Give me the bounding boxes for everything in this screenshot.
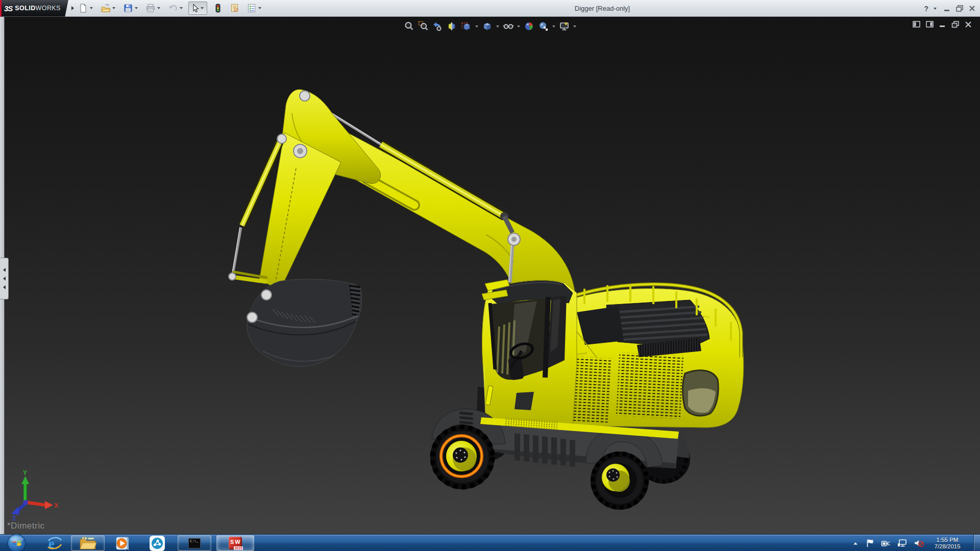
internet-explorer-icon: e [46, 536, 63, 551]
save-icon [123, 3, 133, 13]
display-style-button[interactable] [481, 20, 494, 33]
taskbar-command-prompt[interactable]: C:\_ [178, 535, 211, 551]
edit-appearance-icon [524, 21, 534, 32]
select-dropdown-icon[interactable] [201, 7, 204, 9]
view-orientation-icon [461, 21, 472, 32]
taskbar-share-app[interactable] [145, 535, 169, 551]
save-button[interactable] [122, 2, 134, 14]
clock-time: 1:55 PM [937, 537, 959, 543]
document-close-button[interactable] [965, 21, 972, 28]
hide-show-items-icon [503, 21, 514, 32]
share-app-icon [150, 536, 165, 551]
apply-scene-icon [538, 21, 549, 32]
open-button[interactable] [100, 2, 112, 14]
network-status-icon[interactable] [897, 539, 907, 547]
view-settings-dropdown-icon[interactable] [573, 26, 576, 28]
file-properties-button[interactable] [229, 2, 241, 14]
media-player-icon [114, 536, 131, 551]
hide-show-items-dropdown-icon[interactable] [517, 26, 520, 28]
zoom-to-fit-button[interactable] [403, 20, 415, 33]
minimize-button[interactable] [943, 5, 951, 12]
zoom-to-fit-icon [404, 21, 414, 32]
taskbar-solidworks[interactable]: SW 2015 [216, 535, 254, 551]
zoom-to-area-button[interactable] [417, 20, 430, 33]
window-title: Digger [Read-only] [284, 0, 921, 17]
show-left-pane-button[interactable] [913, 21, 921, 28]
operator-cab[interactable] [482, 280, 577, 428]
digger-3d-model[interactable] [0, 17, 980, 534]
volume-muted-icon[interactable] [914, 539, 924, 547]
new-document-icon [78, 3, 88, 13]
toolbar-flyout-arrow-icon[interactable] [71, 6, 74, 10]
triad-y-axis [23, 483, 27, 502]
open-dropdown-icon[interactable] [112, 7, 115, 9]
view-orientation-dropdown-icon[interactable] [475, 26, 478, 28]
undo-button[interactable] [167, 2, 179, 14]
select-cursor-icon [190, 3, 200, 13]
graphics-viewport[interactable]: Y X Z *Dimetric [0, 17, 980, 534]
start-button[interactable] [7, 533, 27, 551]
3ds-logo-mark: 3S [4, 4, 12, 13]
apply-scene-button[interactable] [537, 20, 550, 33]
front-wheel[interactable] [430, 425, 495, 489]
power-plug-icon[interactable] [881, 539, 891, 547]
triad-z-label: Z [12, 515, 16, 521]
rear-wheel[interactable] [591, 452, 649, 510]
windows-explorer-folder-icon [79, 536, 96, 550]
help-dropdown-icon[interactable] [934, 8, 937, 10]
rebuild-button[interactable] [212, 2, 224, 14]
undo-icon [168, 3, 178, 13]
solidworks-app-icon: SW 2015 [229, 537, 242, 549]
apply-scene-dropdown-icon[interactable] [552, 26, 555, 28]
taskbar-windows-explorer[interactable] [71, 535, 105, 551]
document-restore-button[interactable] [951, 21, 960, 28]
rebuild-traffic-light-icon [213, 3, 223, 13]
display-style-icon [482, 21, 493, 32]
edit-appearance-button[interactable] [523, 20, 535, 33]
section-view-button[interactable] [446, 20, 458, 33]
solidworks-logo: 3S SOLIDWORKS [0, 0, 68, 17]
print-button[interactable] [144, 2, 157, 14]
collapse-arrow-icon [3, 268, 6, 272]
view-settings-icon [559, 21, 570, 32]
new-document-button[interactable] [77, 2, 89, 14]
view-orientation-button[interactable] [460, 20, 473, 33]
document-window-controls [913, 21, 972, 28]
options-dropdown-icon[interactable] [258, 7, 261, 9]
windows-start-icon [7, 533, 27, 551]
previous-view-icon [432, 21, 443, 32]
save-dropdown-icon[interactable] [135, 7, 138, 9]
window-controls: ? [924, 0, 976, 17]
solidworks-year-badge: 2015 [234, 546, 243, 550]
engine-housing[interactable] [559, 284, 744, 428]
restore-button[interactable] [955, 5, 964, 12]
document-minimize-button[interactable] [939, 21, 946, 28]
action-center-flag-icon[interactable] [866, 539, 874, 547]
new-dropdown-icon[interactable] [90, 7, 93, 9]
brand-name: SOLIDWORKS [15, 5, 60, 12]
display-style-dropdown-icon[interactable] [496, 26, 499, 28]
select-button[interactable] [188, 2, 207, 15]
view-orientation-label: *Dimetric [7, 521, 44, 531]
show-desktop-button[interactable] [973, 535, 980, 551]
show-right-pane-button[interactable] [926, 21, 934, 28]
standard-toolbar [76, 0, 267, 17]
close-button[interactable] [968, 5, 976, 12]
section-view-icon [447, 21, 457, 32]
taskbar-media-player[interactable] [111, 535, 134, 551]
previous-view-button[interactable] [431, 20, 444, 33]
clock-date: 7/28/2015 [934, 543, 960, 550]
collapse-arrow-icon [3, 285, 6, 289]
options-button[interactable] [246, 2, 258, 14]
triad-x-label: X [54, 502, 58, 509]
view-settings-button[interactable] [558, 20, 571, 33]
taskbar-internet-explorer[interactable]: e [44, 535, 65, 551]
hide-show-items-button[interactable] [502, 20, 514, 33]
print-dropdown-icon[interactable] [157, 7, 160, 9]
help-button[interactable]: ? [924, 5, 928, 13]
featuremanager-flyout-tab[interactable] [0, 258, 9, 299]
taskbar-clock[interactable]: 1:55 PM 7/28/2015 [926, 535, 969, 551]
undo-dropdown-icon[interactable] [180, 7, 183, 9]
open-icon [101, 3, 111, 13]
show-hidden-icons-button[interactable] [852, 540, 859, 546]
